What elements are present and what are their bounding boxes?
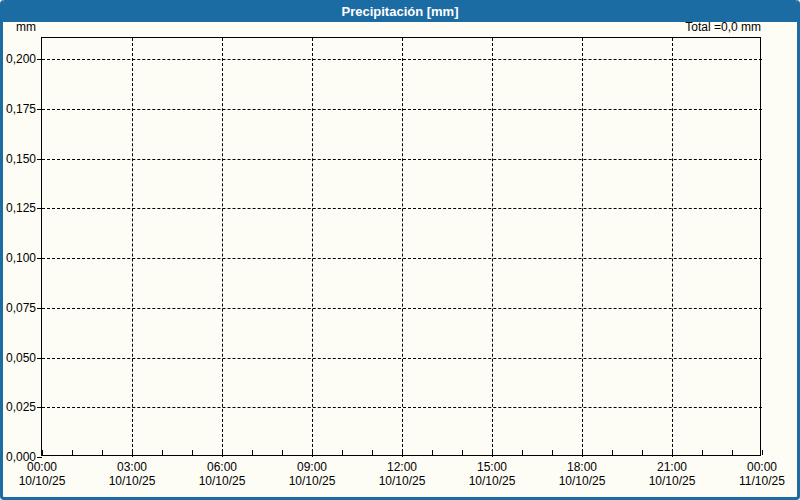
- y-tick-label: 0,150: [0, 152, 36, 166]
- y-tick-mark: [37, 258, 42, 259]
- x-tick-time-label: 12:00: [357, 461, 447, 474]
- x-minor-tick-mark: [702, 450, 703, 455]
- x-tick-time-label: 18:00: [537, 461, 627, 474]
- x-minor-tick-mark: [522, 450, 523, 455]
- y-tick-label: 0,025: [0, 400, 36, 414]
- y-axis-unit-label: mm: [0, 20, 36, 34]
- x-minor-tick-mark: [42, 450, 43, 455]
- plot-area: Total =0,0 mm mm 0,2000,1750,1500,1250,1…: [41, 37, 761, 456]
- chart-window: Precipitación [mm] Total =0,0 mm mm 0,20…: [0, 0, 800, 500]
- y-tick-mark: [37, 457, 42, 458]
- x-tick-date-label: 10/10/25: [357, 475, 447, 488]
- y-tick-label: 0,200: [0, 52, 36, 66]
- x-gridline: [132, 38, 133, 457]
- x-minor-tick-mark: [342, 450, 343, 455]
- x-minor-tick-mark: [372, 450, 373, 455]
- y-tick-mark: [37, 109, 42, 110]
- x-minor-tick-mark: [102, 450, 103, 455]
- chart-title: Precipitación [mm]: [341, 4, 458, 19]
- x-tick-date-label: 10/10/25: [627, 475, 717, 488]
- x-tick-date-label: 10/10/25: [177, 475, 267, 488]
- x-minor-tick-mark: [552, 450, 553, 455]
- y-tick-label: 0,075: [0, 301, 36, 315]
- x-tick-time-label: 09:00: [267, 461, 357, 474]
- x-tick-date-label: 10/10/25: [537, 475, 627, 488]
- x-gridline: [222, 38, 223, 457]
- x-minor-tick-mark: [312, 450, 313, 455]
- x-minor-tick-mark: [492, 450, 493, 455]
- y-tick-label: 0,175: [0, 102, 36, 116]
- y-tick-label: 0,125: [0, 201, 36, 215]
- x-tick-date-label: 10/10/25: [267, 475, 357, 488]
- x-tick-date-label: 10/10/25: [447, 475, 537, 488]
- y-tick-label: 0,050: [0, 351, 36, 365]
- x-minor-tick-mark: [162, 450, 163, 455]
- y-tick-mark: [37, 208, 42, 209]
- y-tick-label: 0,100: [0, 251, 36, 265]
- x-minor-tick-mark: [252, 450, 253, 455]
- x-minor-tick-mark: [72, 450, 73, 455]
- x-gridline: [312, 38, 313, 457]
- y-tick-mark: [37, 59, 42, 60]
- x-minor-tick-mark: [762, 450, 763, 455]
- x-minor-tick-mark: [462, 450, 463, 455]
- x-gridline: [672, 38, 673, 457]
- x-minor-tick-mark: [402, 450, 403, 455]
- x-tick-date-label: 10/10/25: [0, 475, 87, 488]
- chart-title-bar: Precipitación [mm]: [0, 0, 800, 22]
- x-tick-date-label: 11/10/25: [717, 475, 800, 488]
- x-minor-tick-mark: [582, 450, 583, 455]
- x-tick-time-label: 00:00: [717, 461, 800, 474]
- x-tick-date-label: 10/10/25: [87, 475, 177, 488]
- y-tick-mark: [37, 308, 42, 309]
- y-tick-mark: [37, 159, 42, 160]
- x-tick-time-label: 00:00: [0, 461, 87, 474]
- x-tick-time-label: 15:00: [447, 461, 537, 474]
- y-tick-mark: [37, 358, 42, 359]
- x-tick-time-label: 21:00: [627, 461, 717, 474]
- x-minor-tick-mark: [612, 450, 613, 455]
- x-minor-tick-mark: [732, 450, 733, 455]
- x-gridline: [402, 38, 403, 457]
- x-minor-tick-mark: [132, 450, 133, 455]
- x-minor-tick-mark: [432, 450, 433, 455]
- x-minor-tick-mark: [282, 450, 283, 455]
- y-tick-mark: [37, 407, 42, 408]
- x-minor-tick-mark: [642, 450, 643, 455]
- x-minor-tick-mark: [222, 450, 223, 455]
- x-minor-tick-mark: [192, 450, 193, 455]
- x-tick-time-label: 03:00: [87, 461, 177, 474]
- x-gridline: [582, 38, 583, 457]
- x-tick-time-label: 06:00: [177, 461, 267, 474]
- total-label: Total =0,0 mm: [685, 20, 761, 34]
- x-gridline: [492, 38, 493, 457]
- x-minor-tick-mark: [672, 450, 673, 455]
